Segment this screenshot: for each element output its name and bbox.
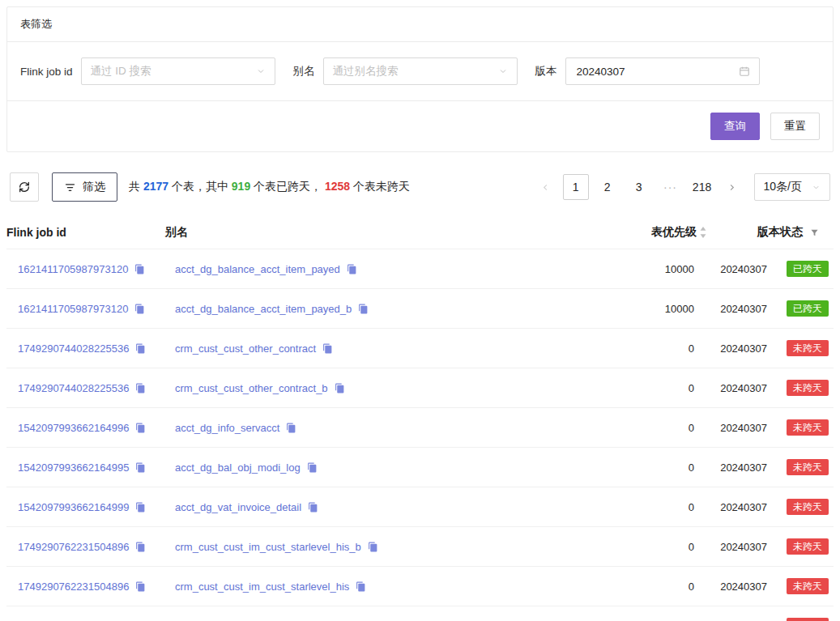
summary-text: 共 2177 个表，其中 919 个表已跨天， 1258 个表未跨天 xyxy=(129,180,410,194)
status-badge: 未跨天 xyxy=(787,419,829,436)
filter-lines-icon xyxy=(64,181,76,194)
page-number-2[interactable]: 2 xyxy=(595,174,620,200)
copy-icon[interactable] xyxy=(308,502,318,513)
job-id-cell: 1749290866069889024 xyxy=(6,609,165,621)
version-value: 20240307 xyxy=(709,530,780,564)
page-number-last[interactable]: 218 xyxy=(689,174,715,200)
status-cell: 未跨天 xyxy=(780,329,834,368)
filter-fields-row: Flink job id 通过 ID 搜索 别名 通过别名搜索 xyxy=(7,42,833,101)
alias-link[interactable]: crm_cust_cust_other_contract_b xyxy=(175,382,328,394)
filter-toggle-button[interactable]: 筛选 xyxy=(52,172,117,202)
query-button[interactable]: 查询 xyxy=(710,113,760,140)
table-row: 1749290762231504896 crm_cust_cust_im_cus… xyxy=(6,567,834,606)
job-id-link[interactable]: 1621411705987973120 xyxy=(18,263,128,275)
status-badge: 未跨天 xyxy=(787,618,829,621)
job-id-cell: 1749290762231504896 xyxy=(6,530,165,564)
copy-icon[interactable] xyxy=(347,264,357,274)
copy-icon[interactable] xyxy=(358,304,369,314)
copy-icon[interactable] xyxy=(135,502,146,513)
alias-cell: acct_dg_balance_acct_item_payed xyxy=(165,252,571,287)
alias-link[interactable]: acct_dg_bal_obj_modi_log xyxy=(175,461,301,474)
field-alias: 别名 通过别名搜索 xyxy=(293,57,518,85)
copy-icon[interactable] xyxy=(307,462,318,473)
copy-icon[interactable] xyxy=(135,581,146,592)
status-cell: 未跨天 xyxy=(780,567,834,606)
table-header-row: Flink job id 别名 表优先级 版本 状态 xyxy=(6,216,834,249)
table-row: 1621411705987973120 acct_dg_balance_acct… xyxy=(6,289,834,329)
alias-link[interactable]: crm_cust_cust_im_cust_starlevel_his_b xyxy=(175,541,361,553)
sort-icon[interactable] xyxy=(699,227,707,238)
copy-icon[interactable] xyxy=(322,343,333,354)
prev-page-icon[interactable] xyxy=(535,174,557,200)
summary-seg: 个表未跨天 xyxy=(350,180,410,193)
summary-seg: 共 xyxy=(129,180,143,193)
status-cell: 已跨天 xyxy=(780,249,834,288)
next-page-icon[interactable] xyxy=(721,174,744,200)
chevron-down-icon xyxy=(498,66,508,76)
copy-icon[interactable] xyxy=(134,264,145,274)
summary-seg: 个表，其中 xyxy=(168,180,232,193)
column-filter-funnel-icon[interactable] xyxy=(810,228,819,237)
version-date-value[interactable] xyxy=(575,65,721,79)
job-id-link[interactable]: 1749290762231504896 xyxy=(18,541,129,553)
status-badge: 未跨天 xyxy=(787,578,829,594)
copy-icon[interactable] xyxy=(286,423,296,433)
status-badge: 未跨天 xyxy=(787,340,829,356)
alias-link[interactable]: acct_dg_balance_acct_item_payed_b xyxy=(175,303,352,315)
copy-icon[interactable] xyxy=(368,542,378,552)
job-id-link[interactable]: 1542097993662164996 xyxy=(18,422,129,434)
version-date-input[interactable] xyxy=(565,57,760,85)
tables-table: Flink job id 别名 表优先级 版本 状态 1621411705987… xyxy=(6,216,834,621)
alias-placeholder: 通过别名搜索 xyxy=(333,64,399,79)
priority-value: 0 xyxy=(571,410,709,445)
version-label: 版本 xyxy=(535,64,557,79)
job-id-link[interactable]: 1621411705987973120 xyxy=(18,303,128,315)
priority-value: 10000 xyxy=(571,252,709,287)
alias-link[interactable]: crm_cust_cust_other_contract xyxy=(175,342,316,355)
job-id-cell: 1749290762231504896 xyxy=(6,569,165,604)
priority-value: 10000 xyxy=(571,291,709,326)
job-id-link[interactable]: 1749290744028225536 xyxy=(18,342,129,355)
job-id-cell: 1542097993662164995 xyxy=(6,450,165,485)
job-id-link[interactable]: 1542097993662164995 xyxy=(18,461,129,474)
copy-icon[interactable] xyxy=(135,383,146,393)
alias-select[interactable]: 通过别名搜索 xyxy=(323,57,518,85)
status-badge: 未跨天 xyxy=(787,380,829,396)
alias-link[interactable]: acct_dg_balance_acct_item_payed xyxy=(175,263,340,275)
page-number-3[interactable]: 3 xyxy=(626,174,652,200)
page-number-1[interactable]: 1 xyxy=(563,174,589,200)
priority-value: 0 xyxy=(571,490,709,525)
flink-job-id-select[interactable]: 通过 ID 搜索 xyxy=(81,57,275,85)
job-id-cell: 1542097993662164999 xyxy=(6,490,165,525)
job-id-link[interactable]: 1749290744028225536 xyxy=(18,382,129,394)
page-size-value: 10条/页 xyxy=(764,180,802,194)
status-header-label: 状态 xyxy=(780,225,803,240)
reset-button[interactable]: 重置 xyxy=(770,113,820,140)
job-id-link[interactable]: 1749290762231504896 xyxy=(18,581,129,593)
copy-icon[interactable] xyxy=(356,581,366,592)
job-id-cell: 1621411705987973120 xyxy=(6,291,165,326)
refresh-button[interactable] xyxy=(10,172,39,202)
page-size-select[interactable]: 10条/页 xyxy=(754,173,830,201)
copy-icon[interactable] xyxy=(134,304,145,314)
status-cell: 未跨天 xyxy=(780,527,834,566)
status-cell: 未跨天 xyxy=(780,487,834,526)
chevron-down-icon xyxy=(812,183,821,192)
field-version: 版本 xyxy=(535,57,760,85)
alias-link[interactable]: crm_cust_cust_im_cust_starlevel_his xyxy=(175,581,349,593)
chevron-down-icon xyxy=(256,66,266,76)
alias-cell: crm_cust_cust_other_contract xyxy=(165,331,571,366)
summary-seg: 个表已跨天， xyxy=(250,180,325,193)
page-ellipsis[interactable]: ··· xyxy=(658,174,684,200)
copy-icon[interactable] xyxy=(135,542,146,552)
copy-icon[interactable] xyxy=(335,383,345,393)
job-id-link[interactable]: 1542097993662164999 xyxy=(18,501,129,513)
job-id-cell: 1749290744028225536 xyxy=(6,331,165,366)
alias-link[interactable]: acct_dg_vat_invoice_detail xyxy=(175,501,301,513)
page: 表筛选 Flink job id 通过 ID 搜索 别名 通过别名搜索 xyxy=(0,0,840,621)
alias-link[interactable]: acct_dg_info_servacct xyxy=(175,422,279,434)
copy-icon[interactable] xyxy=(135,423,146,433)
copy-icon[interactable] xyxy=(135,343,146,354)
filter-toggle-label: 筛选 xyxy=(83,180,105,194)
copy-icon[interactable] xyxy=(135,462,146,473)
